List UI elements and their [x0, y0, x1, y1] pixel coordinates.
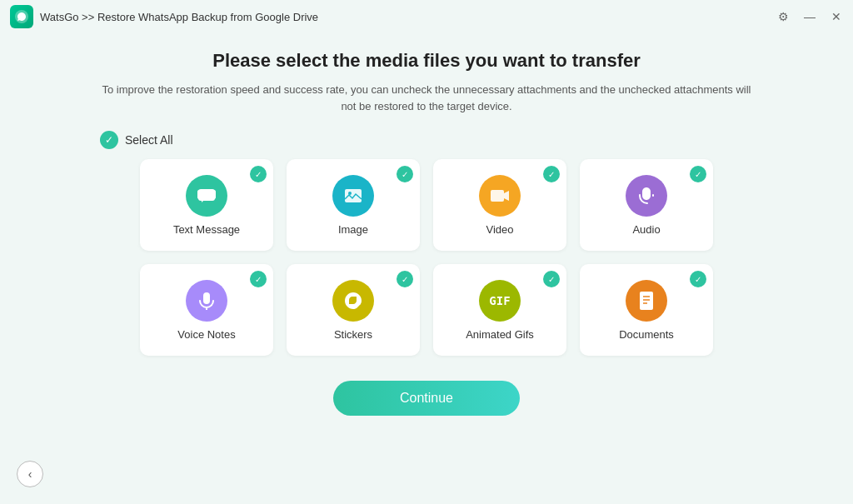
media-card-video[interactable]: ✓Video: [433, 159, 566, 251]
title-bar-controls: ⚙ — ✕: [776, 10, 843, 23]
page-title: Please select the media files you want t…: [212, 50, 641, 72]
media-icon-text-message: [186, 175, 227, 217]
media-label-documents: Documents: [619, 328, 674, 341]
media-card-check-voice-notes: ✓: [250, 271, 267, 287]
media-card-check-video: ✓: [543, 166, 560, 182]
media-card-text-message[interactable]: ✓Text Message: [140, 159, 273, 251]
close-button[interactable]: ✕: [830, 10, 843, 23]
select-all-checkbox[interactable]: ✓: [100, 131, 118, 149]
media-card-documents[interactable]: ✓Documents: [580, 264, 713, 356]
settings-icon[interactable]: ⚙: [776, 10, 790, 23]
back-button[interactable]: ‹: [17, 461, 43, 487]
select-all-label: Select All: [125, 133, 173, 147]
svg-rect-7: [640, 292, 653, 310]
continue-button[interactable]: Continue: [333, 381, 520, 416]
media-card-check-documents: ✓: [690, 271, 706, 287]
media-grid: ✓Text Message✓Image✓Video✓Audio✓Voice No…: [140, 159, 713, 356]
media-card-check-audio: ✓: [690, 166, 706, 182]
title-bar-text: WatsGo >> Restore WhatsApp Backup from G…: [40, 11, 318, 23]
media-label-audio: Audio: [632, 223, 660, 236]
minimize-button[interactable]: —: [803, 10, 816, 23]
media-icon-voice-notes: [186, 280, 227, 322]
media-icon-video: [479, 175, 521, 217]
page-subtitle: To improve the restoration speed and suc…: [102, 82, 751, 114]
media-card-animated-gifs[interactable]: ✓GIFAnimated Gifs: [433, 264, 566, 356]
media-card-check-text-message: ✓: [250, 166, 267, 182]
media-card-image[interactable]: ✓Image: [287, 159, 420, 251]
media-card-check-animated-gifs: ✓: [543, 271, 560, 287]
select-all-row[interactable]: ✓ Select All: [100, 131, 173, 149]
main-content: Please select the media files you want t…: [0, 33, 853, 432]
svg-rect-4: [491, 190, 504, 202]
media-icon-image: [332, 175, 374, 217]
media-label-animated-gifs: Animated Gifs: [466, 328, 534, 341]
media-icon-audio: [626, 175, 667, 217]
media-label-stickers: Stickers: [334, 328, 372, 341]
media-label-voice-notes: Voice Notes: [177, 328, 235, 341]
media-icon-animated-gifs: GIF: [479, 280, 521, 322]
media-label-text-message: Text Message: [173, 223, 240, 236]
title-bar: WatsGo >> Restore WhatsApp Backup from G…: [0, 0, 853, 33]
media-card-stickers[interactable]: ✓Stickers: [287, 264, 420, 356]
title-bar-left: WatsGo >> Restore WhatsApp Backup from G…: [10, 5, 776, 28]
app-logo: [10, 5, 33, 28]
svg-rect-5: [203, 292, 210, 304]
media-label-image: Image: [338, 223, 368, 236]
media-icon-stickers: [332, 280, 374, 322]
media-card-audio[interactable]: ✓Audio: [580, 159, 713, 251]
media-icon-documents: [626, 280, 667, 322]
media-label-video: Video: [486, 223, 513, 236]
media-card-check-stickers: ✓: [397, 271, 413, 287]
media-card-check-image: ✓: [397, 166, 413, 182]
media-card-voice-notes[interactable]: ✓Voice Notes: [140, 264, 273, 356]
